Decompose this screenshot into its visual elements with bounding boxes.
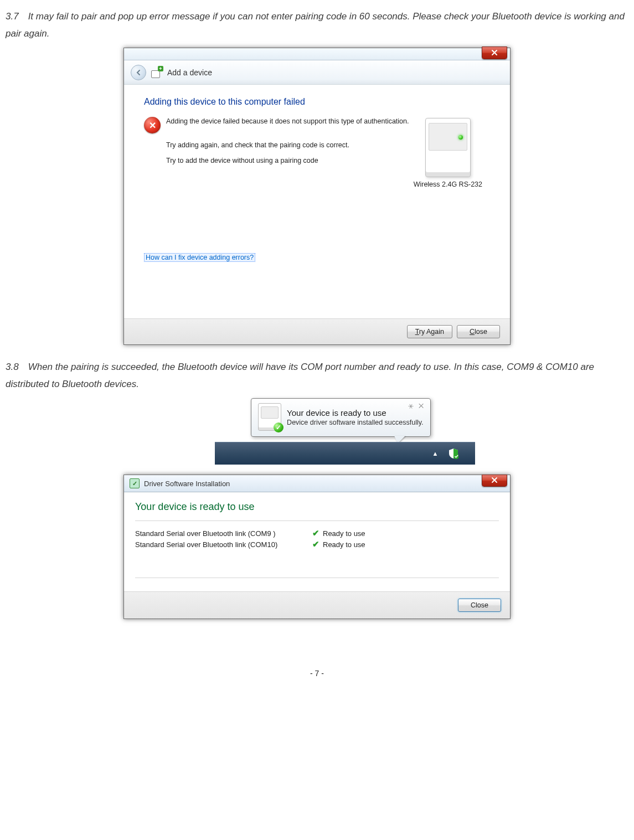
wizard-body: Adding this device to this computer fail… xyxy=(124,85,510,318)
close-icon xyxy=(491,49,498,56)
arrow-left-icon xyxy=(135,69,142,76)
system-tray-area: ⚹ ✕ ✓ Your device is ready to use Device… xyxy=(159,398,475,465)
titlebar: ✓ Driver Software Installation xyxy=(124,475,510,492)
add-device-icon: + xyxy=(151,67,162,78)
notification-balloon[interactable]: ⚹ ✕ ✓ Your device is ready to use Device… xyxy=(251,398,430,437)
close-button[interactable] xyxy=(482,475,507,487)
window-body: Your device is ready to use Standard Ser… xyxy=(124,492,510,591)
wizard-header: + Add a device xyxy=(124,60,510,85)
error-icon: ✕ xyxy=(144,117,161,133)
success-heading: Your device is ready to use xyxy=(135,501,499,513)
device-row: Standard Serial over Bluetooth link (COM… xyxy=(135,539,499,550)
device-row: Standard Serial over Bluetooth link (COM… xyxy=(135,528,499,539)
separator xyxy=(135,578,499,578)
device-name: Wireless 2.4G RS-232 xyxy=(414,181,482,188)
close-button[interactable]: Close xyxy=(457,325,500,338)
separator xyxy=(135,521,499,521)
error-heading: Adding this device to this computer fail… xyxy=(144,97,490,107)
window-frame-top xyxy=(124,48,510,60)
window-title: Driver Software Installation xyxy=(144,480,230,488)
try-again-button[interactable]: Try Again xyxy=(407,325,452,338)
device-ready-icon: ✓ xyxy=(258,403,281,431)
balloon-controls[interactable]: ⚹ ✕ xyxy=(408,402,425,410)
device-driver-name: Standard Serial over Bluetooth link (COM… xyxy=(135,529,312,538)
instruction-3-8: 3.8 When the pairing is succeeded, the B… xyxy=(6,359,628,393)
install-success-icon: ✓ xyxy=(130,478,140,488)
device-icon xyxy=(425,118,471,177)
check-icon: ✔ xyxy=(312,528,319,538)
device-status: Ready to use xyxy=(323,529,365,538)
close-button[interactable] xyxy=(482,47,507,59)
driver-install-window: ✓ Driver Software Installation Your devi… xyxy=(123,475,511,619)
check-icon: ✔ xyxy=(312,539,319,549)
back-button[interactable] xyxy=(131,65,146,80)
taskbar: ▲ xyxy=(215,442,475,465)
help-link[interactable]: How can I fix device adding errors? xyxy=(144,253,255,262)
wizard-footer: Try Again Close xyxy=(124,318,510,344)
device-status: Ready to use xyxy=(323,540,365,549)
balloon-subtitle: Device driver software installed success… xyxy=(287,419,423,426)
error-message: Adding the device failed because it does… xyxy=(166,117,409,133)
device-driver-name: Standard Serial over Bluetooth link (COM… xyxy=(135,540,312,549)
add-device-window: + Add a device Adding this device to thi… xyxy=(123,48,511,345)
action-center-icon[interactable] xyxy=(449,448,458,459)
tray-overflow-icon[interactable]: ▲ xyxy=(432,450,439,457)
device-preview: Wireless 2.4G RS-232 xyxy=(414,118,482,188)
instruction-3-7: 3.7 It may fail to pair and pop up error… xyxy=(6,8,628,42)
close-button[interactable]: Close xyxy=(458,599,501,612)
page-number: - 7 - xyxy=(6,669,628,678)
wizard-title: Add a device xyxy=(167,68,212,77)
window-footer: Close xyxy=(124,591,510,619)
balloon-title: Your device is ready to use xyxy=(287,408,423,418)
close-icon xyxy=(491,476,498,484)
